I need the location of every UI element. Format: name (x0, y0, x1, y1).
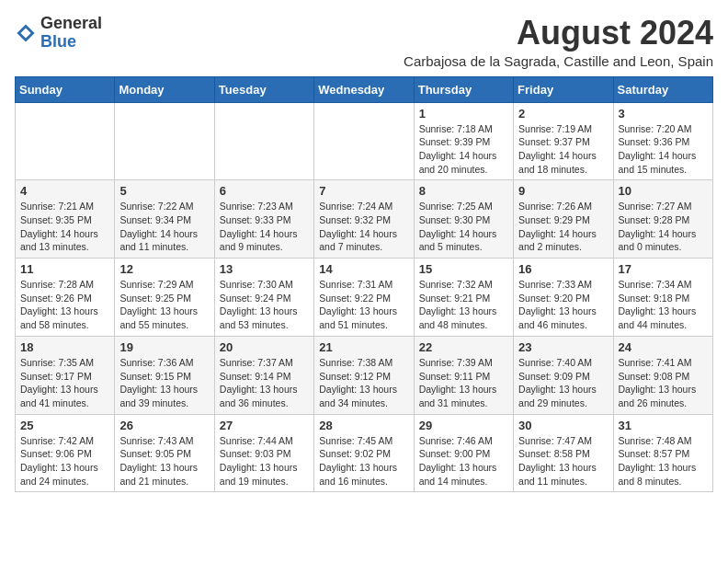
day-info: Sunrise: 7:20 AM Sunset: 9:36 PM Dayligh… (619, 122, 708, 177)
day-info: Sunrise: 7:30 AM Sunset: 9:24 PM Dayligh… (220, 278, 309, 332)
day-info: Sunrise: 7:23 AM Sunset: 9:33 PM Dayligh… (220, 200, 309, 254)
day-info: Sunrise: 7:43 AM Sunset: 9:05 PM Dayligh… (119, 434, 209, 488)
calendar-week-row: 4Sunrise: 7:21 AM Sunset: 9:35 PM Daylig… (16, 180, 713, 259)
calendar-day-cell: 17Sunrise: 7:34 AM Sunset: 9:18 PM Dayli… (613, 259, 712, 337)
day-info: Sunrise: 7:32 AM Sunset: 9:21 PM Dayligh… (419, 278, 508, 332)
calendar-day-cell: 30Sunrise: 7:47 AM Sunset: 8:58 PM Dayli… (514, 414, 613, 492)
day-of-week-header: Thursday (414, 76, 513, 102)
day-number: 17 (619, 262, 708, 276)
calendar-day-cell (115, 102, 214, 180)
day-info: Sunrise: 7:37 AM Sunset: 9:14 PM Dayligh… (220, 356, 309, 410)
day-of-week-header: Wednesday (314, 76, 414, 102)
day-info: Sunrise: 7:21 AM Sunset: 9:35 PM Dayligh… (20, 200, 109, 254)
day-info: Sunrise: 7:41 AM Sunset: 9:08 PM Dayligh… (619, 356, 708, 410)
day-number: 28 (319, 419, 408, 432)
day-number: 15 (419, 262, 508, 276)
day-info: Sunrise: 7:24 AM Sunset: 9:32 PM Dayligh… (319, 200, 408, 254)
title-block: August 2024 Carbajosa de la Sagrada, Cas… (404, 15, 713, 69)
day-info: Sunrise: 7:47 AM Sunset: 8:58 PM Dayligh… (518, 434, 608, 488)
day-info: Sunrise: 7:36 AM Sunset: 9:15 PM Dayligh… (119, 356, 209, 410)
day-number: 25 (20, 419, 109, 432)
day-info: Sunrise: 7:39 AM Sunset: 9:11 PM Dayligh… (419, 356, 508, 410)
day-info: Sunrise: 7:31 AM Sunset: 9:22 PM Dayligh… (319, 278, 408, 332)
day-number: 23 (518, 340, 608, 354)
day-number: 19 (119, 340, 209, 354)
day-number: 21 (319, 340, 408, 354)
day-number: 4 (20, 184, 109, 198)
calendar-day-cell: 24Sunrise: 7:41 AM Sunset: 9:08 PM Dayli… (613, 336, 712, 414)
day-of-week-header: Monday (115, 76, 214, 102)
day-number: 9 (518, 184, 608, 198)
calendar-day-cell: 9Sunrise: 7:26 AM Sunset: 9:29 PM Daylig… (514, 180, 613, 259)
calendar-week-row: 25Sunrise: 7:42 AM Sunset: 9:06 PM Dayli… (16, 414, 713, 492)
day-number: 8 (419, 184, 508, 198)
day-number: 3 (619, 107, 708, 121)
calendar-day-cell: 23Sunrise: 7:40 AM Sunset: 9:09 PM Dayli… (514, 336, 613, 414)
day-number: 20 (220, 340, 309, 354)
calendar-day-cell: 22Sunrise: 7:39 AM Sunset: 9:11 PM Dayli… (414, 336, 513, 414)
day-info: Sunrise: 7:19 AM Sunset: 9:37 PM Dayligh… (518, 122, 608, 177)
logo: General Blue (15, 15, 102, 52)
header-row: SundayMondayTuesdayWednesdayThursdayFrid… (16, 76, 713, 102)
calendar-day-cell: 25Sunrise: 7:42 AM Sunset: 9:06 PM Dayli… (16, 414, 115, 492)
day-number: 1 (419, 107, 508, 121)
calendar-day-cell: 1Sunrise: 7:18 AM Sunset: 9:39 PM Daylig… (414, 102, 513, 180)
calendar-day-cell: 11Sunrise: 7:28 AM Sunset: 9:26 PM Dayli… (16, 259, 115, 337)
day-info: Sunrise: 7:33 AM Sunset: 9:20 PM Dayligh… (518, 278, 608, 332)
calendar-day-cell: 4Sunrise: 7:21 AM Sunset: 9:35 PM Daylig… (16, 180, 115, 259)
calendar-week-row: 11Sunrise: 7:28 AM Sunset: 9:26 PM Dayli… (16, 259, 713, 337)
day-number: 7 (319, 184, 408, 198)
day-number: 13 (220, 262, 309, 276)
calendar-day-cell: 15Sunrise: 7:32 AM Sunset: 9:21 PM Dayli… (414, 259, 513, 337)
calendar-day-cell: 12Sunrise: 7:29 AM Sunset: 9:25 PM Dayli… (115, 259, 214, 337)
calendar-day-cell: 3Sunrise: 7:20 AM Sunset: 9:36 PM Daylig… (613, 102, 712, 180)
day-info: Sunrise: 7:40 AM Sunset: 9:09 PM Dayligh… (518, 356, 608, 410)
calendar-day-cell: 20Sunrise: 7:37 AM Sunset: 9:14 PM Dayli… (214, 336, 313, 414)
day-info: Sunrise: 7:18 AM Sunset: 9:39 PM Dayligh… (419, 122, 508, 177)
day-info: Sunrise: 7:44 AM Sunset: 9:03 PM Dayligh… (220, 434, 309, 488)
logo-general: General (40, 15, 102, 33)
calendar-header: SundayMondayTuesdayWednesdayThursdayFrid… (16, 76, 713, 102)
day-info: Sunrise: 7:34 AM Sunset: 9:18 PM Dayligh… (619, 278, 708, 332)
calendar-day-cell: 14Sunrise: 7:31 AM Sunset: 9:22 PM Dayli… (314, 259, 414, 337)
calendar-day-cell: 16Sunrise: 7:33 AM Sunset: 9:20 PM Dayli… (514, 259, 613, 337)
day-info: Sunrise: 7:42 AM Sunset: 9:06 PM Dayligh… (20, 434, 109, 488)
calendar-week-row: 18Sunrise: 7:35 AM Sunset: 9:17 PM Dayli… (16, 336, 713, 414)
day-number: 24 (619, 340, 708, 354)
day-number: 22 (419, 340, 508, 354)
calendar-body: 1Sunrise: 7:18 AM Sunset: 9:39 PM Daylig… (16, 102, 713, 492)
calendar-day-cell: 7Sunrise: 7:24 AM Sunset: 9:32 PM Daylig… (314, 180, 414, 259)
calendar-day-cell: 18Sunrise: 7:35 AM Sunset: 9:17 PM Dayli… (16, 336, 115, 414)
day-info: Sunrise: 7:25 AM Sunset: 9:30 PM Dayligh… (419, 200, 508, 254)
logo-icon (15, 22, 37, 44)
calendar-day-cell: 5Sunrise: 7:22 AM Sunset: 9:34 PM Daylig… (115, 180, 214, 259)
day-number: 11 (20, 262, 109, 276)
calendar-day-cell: 27Sunrise: 7:44 AM Sunset: 9:03 PM Dayli… (214, 414, 313, 492)
day-info: Sunrise: 7:26 AM Sunset: 9:29 PM Dayligh… (518, 200, 608, 254)
day-info: Sunrise: 7:35 AM Sunset: 9:17 PM Dayligh… (20, 356, 109, 410)
day-info: Sunrise: 7:48 AM Sunset: 8:57 PM Dayligh… (619, 434, 708, 488)
day-of-week-header: Tuesday (214, 76, 313, 102)
day-number: 29 (419, 419, 508, 432)
calendar-day-cell: 6Sunrise: 7:23 AM Sunset: 9:33 PM Daylig… (214, 180, 313, 259)
day-of-week-header: Sunday (16, 76, 115, 102)
day-info: Sunrise: 7:22 AM Sunset: 9:34 PM Dayligh… (119, 200, 209, 254)
day-number: 2 (518, 107, 608, 121)
calendar-day-cell (314, 102, 414, 180)
day-number: 14 (319, 262, 408, 276)
day-info: Sunrise: 7:28 AM Sunset: 9:26 PM Dayligh… (20, 278, 109, 332)
day-number: 10 (619, 184, 708, 198)
day-number: 31 (619, 419, 708, 432)
calendar-day-cell (214, 102, 313, 180)
day-number: 12 (119, 262, 209, 276)
calendar-day-cell: 10Sunrise: 7:27 AM Sunset: 9:28 PM Dayli… (613, 180, 712, 259)
calendar-day-cell: 2Sunrise: 7:19 AM Sunset: 9:37 PM Daylig… (514, 102, 613, 180)
calendar-day-cell: 29Sunrise: 7:46 AM Sunset: 9:00 PM Dayli… (414, 414, 513, 492)
day-number: 5 (119, 184, 209, 198)
location-subtitle: Carbajosa de la Sagrada, Castille and Le… (404, 53, 713, 69)
calendar-day-cell: 31Sunrise: 7:48 AM Sunset: 8:57 PM Dayli… (613, 414, 712, 492)
day-number: 6 (220, 184, 309, 198)
day-info: Sunrise: 7:27 AM Sunset: 9:28 PM Dayligh… (619, 200, 708, 254)
calendar-week-row: 1Sunrise: 7:18 AM Sunset: 9:39 PM Daylig… (16, 102, 713, 180)
calendar-day-cell: 8Sunrise: 7:25 AM Sunset: 9:30 PM Daylig… (414, 180, 513, 259)
